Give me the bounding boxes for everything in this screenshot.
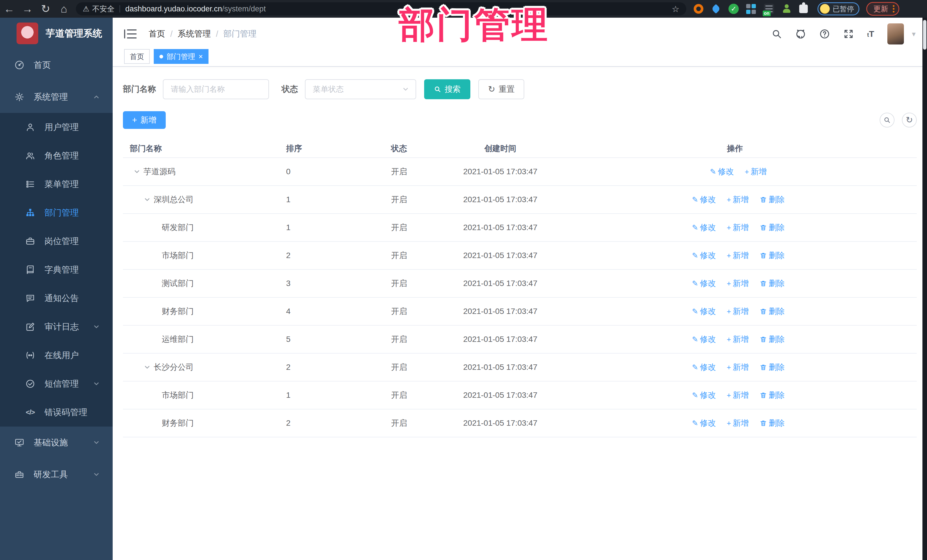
expand-arrow-icon[interactable] [133, 168, 141, 175]
modify-link[interactable]: ✎修改 [692, 194, 716, 205]
table-row: 长沙分公司 2 开启 2021-01-05 17:03:47 ✎修改 +新增 删… [123, 354, 917, 381]
sidebar-item-dept-management[interactable]: 部门管理 [0, 199, 112, 227]
sidebar-item-home[interactable]: 首页 [0, 49, 112, 81]
modify-link[interactable]: ✎修改 [692, 418, 716, 428]
modify-link[interactable]: ✎修改 [692, 390, 716, 401]
reset-button[interactable]: ↻ 重置 [478, 79, 524, 99]
delete-link[interactable]: 删除 [760, 418, 785, 428]
delete-link[interactable]: 删除 [760, 194, 785, 205]
add-link[interactable]: +新增 [727, 306, 749, 317]
add-button[interactable]: + 新增 [123, 111, 166, 129]
add-link[interactable]: +新增 [727, 250, 749, 261]
add-link[interactable]: +新增 [727, 194, 749, 205]
breadcrumb-home[interactable]: 首页 [149, 28, 165, 39]
tab-label: 部门管理 [167, 52, 195, 61]
extensions-puzzle-icon[interactable] [799, 4, 810, 14]
sidebar-item-sms-management[interactable]: 短信管理 [0, 370, 112, 398]
toggle-search-button[interactable] [880, 112, 895, 127]
filter-form: 部门名称 状态 菜单状态 搜索 ↻ 重置 [123, 79, 917, 99]
add-link[interactable]: +新增 [727, 334, 749, 345]
modify-link[interactable]: ✎修改 [692, 250, 716, 261]
search-icon[interactable] [771, 29, 782, 39]
user-avatar[interactable] [887, 23, 904, 44]
edit-pencil-icon: ✎ [692, 335, 698, 343]
font-size-icon[interactable]: tT [867, 29, 874, 39]
browser-profile-chip[interactable]: 已暂停 [818, 2, 859, 15]
refresh-table-button[interactable]: ↻ [902, 112, 917, 127]
fullscreen-icon[interactable] [843, 29, 854, 39]
sidebar-item-notice-announcement[interactable]: 通知公告 [0, 284, 112, 313]
address-bar[interactable]: ⚠ 不安全 dashboard.yudao.iocoder.cn /system… [76, 2, 686, 15]
browser-menu-icon[interactable] [893, 5, 895, 12]
status-select[interactable]: 菜单状态 [305, 79, 416, 99]
expand-arrow-icon[interactable] [143, 196, 151, 203]
home-icon[interactable]: ⌂ [55, 3, 73, 15]
help-icon[interactable] [819, 29, 830, 39]
extension-grid-icon[interactable] [746, 4, 757, 14]
sidebar-item-user-management[interactable]: 用户管理 [0, 113, 112, 141]
tab-home[interactable]: 首页 [124, 49, 150, 64]
caret-down-icon[interactable]: ▾ [912, 30, 916, 38]
add-link[interactable]: +新增 [727, 222, 749, 233]
modify-link[interactable]: ✎修改 [692, 306, 716, 317]
browser-update-button[interactable]: 更新 [866, 2, 899, 16]
modify-link[interactable]: ✎修改 [710, 166, 734, 177]
reload-icon[interactable]: ↻ [36, 3, 55, 15]
sidebar-item-post-management[interactable]: 岗位管理 [0, 227, 112, 255]
tab-dept-management[interactable]: 部门管理 × [154, 49, 208, 64]
plus-icon: + [727, 280, 731, 287]
modify-link[interactable]: ✎修改 [692, 334, 716, 345]
modify-link[interactable]: ✎修改 [692, 278, 716, 289]
briefcase-icon [24, 236, 36, 246]
extension-orange-icon[interactable] [694, 4, 704, 14]
edit-pencil-icon: ✎ [692, 308, 698, 315]
app-logo-row[interactable]: 芋道管理系统 [0, 18, 112, 49]
dept-name-input[interactable] [163, 79, 269, 99]
modify-link[interactable]: ✎修改 [692, 362, 716, 373]
search-button[interactable]: 搜索 [424, 79, 470, 99]
delete-link[interactable]: 删除 [760, 362, 785, 373]
error-code-icon: </> [24, 408, 36, 416]
breadcrumb-system-management[interactable]: 系统管理 [178, 28, 211, 39]
delete-link[interactable]: 删除 [760, 306, 785, 317]
close-tab-icon[interactable]: × [199, 53, 203, 60]
sidebar-item-online-users[interactable]: 在线用户 [0, 341, 112, 370]
delete-link[interactable]: 删除 [760, 278, 785, 289]
add-link[interactable]: +新增 [727, 362, 749, 373]
extension-green-check-icon[interactable]: ✓ [728, 4, 739, 14]
add-link[interactable]: +新增 [727, 278, 749, 289]
sidebar-item-dev-tools[interactable]: 研发工具 [0, 458, 112, 490]
bookmark-star-icon[interactable]: ☆ [672, 4, 679, 14]
delete-link[interactable]: 删除 [760, 390, 785, 401]
github-icon[interactable] [795, 29, 806, 39]
add-link[interactable]: +新增 [727, 390, 749, 401]
extension-blue-drop-icon[interactable] [711, 4, 721, 14]
modify-link[interactable]: ✎修改 [692, 222, 716, 233]
back-icon[interactable]: ← [0, 3, 18, 15]
expand-arrow-icon[interactable] [143, 364, 151, 371]
delete-link[interactable]: 删除 [760, 334, 785, 345]
add-link[interactable]: +新增 [745, 166, 767, 177]
sidebar-item-system-management[interactable]: 系统管理 [0, 81, 112, 113]
sidebar-item-infrastructure[interactable]: 基础设施 [0, 426, 112, 458]
users-icon [24, 150, 36, 161]
sidebar-item-dict-management[interactable]: 字典管理 [0, 255, 112, 284]
delete-link[interactable]: 删除 [760, 222, 785, 233]
edit-pencil-icon: ✎ [692, 252, 698, 259]
sidebar-item-role-management[interactable]: 角色管理 [0, 141, 112, 170]
sidebar-item-menu-management[interactable]: 菜单管理 [0, 170, 112, 199]
add-link[interactable]: +新增 [727, 418, 749, 428]
extension-list-icon[interactable]: on [764, 4, 774, 14]
dept-name: 市场部门 [162, 250, 194, 261]
sidebar-item-audit-log[interactable]: 审计日志 [0, 313, 112, 341]
refresh-icon: ↻ [488, 85, 495, 94]
collapse-sidebar-button[interactable] [124, 29, 137, 39]
sidebar-item-label: 研发工具 [33, 469, 68, 480]
edit-pencil-icon: ✎ [710, 168, 716, 175]
extension-person-icon[interactable] [781, 4, 792, 14]
delete-link[interactable]: 删除 [760, 250, 785, 261]
sidebar-item-error-code-management[interactable]: </> 错误码管理 [0, 398, 112, 426]
scrollbar-thumb[interactable] [923, 20, 926, 50]
forward-icon[interactable]: → [18, 3, 36, 15]
add-button-label: 新增 [141, 115, 157, 126]
